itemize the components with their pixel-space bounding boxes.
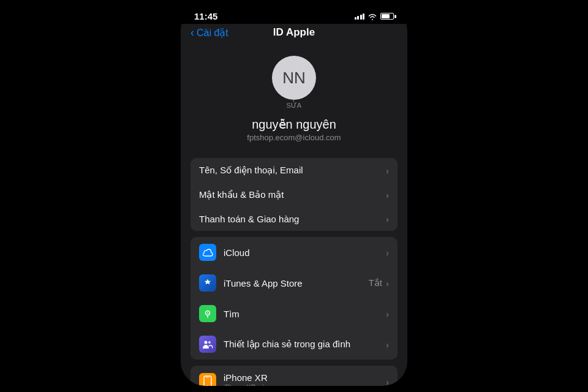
row-icloud[interactable]: iCloud › — [190, 237, 398, 268]
chevron-icon-findmy: › — [386, 309, 389, 319]
signal-icon — [355, 13, 365, 20]
family-icon — [199, 336, 216, 353]
battery-icon — [380, 13, 394, 20]
row-label-icloud: iCloud — [224, 247, 386, 258]
profile-section: NN SỬA nguyễn nguyên fptshop.ecom@icloud… — [181, 43, 407, 152]
chevron-icon-1: › — [386, 165, 389, 176]
chevron-icon-icloud: › — [386, 247, 389, 258]
back-arrow-icon: ‹ — [190, 26, 194, 39]
nav-bar: ‹ Cài đặt ID Apple — [181, 24, 407, 43]
phone-screen: 11:45 ‹ Cài đặt ID Apple — [181, 6, 407, 386]
settings-group-1: Tên, Số điện thoại, Email › Mật khẩu & B… — [190, 158, 398, 231]
svg-point-3 — [208, 341, 211, 344]
row-payment-shipping[interactable]: Thanh toán & Giao hàng › — [190, 207, 398, 231]
row-name-phone-email[interactable]: Tên, Số điện thoại, Email › — [190, 158, 398, 183]
appstore-icon — [199, 274, 216, 292]
svg-point-2 — [205, 341, 208, 344]
profile-name: nguyễn nguyên — [252, 117, 336, 132]
icloud-icon — [199, 244, 216, 261]
row-label-iphone: iPhone XR — [224, 372, 386, 383]
row-findmy[interactable]: Tìm › — [190, 298, 398, 329]
back-button[interactable]: ‹ Cài đặt — [190, 26, 228, 39]
row-itunes-appstore[interactable]: iTunes & App Store Tắt › — [190, 268, 398, 298]
row-label-password: Mật khẩu & Bảo mật — [199, 189, 386, 200]
row-iphone[interactable]: iPhone XR iPhone XR này › — [190, 366, 398, 386]
row-label-payment: Thanh toán & Giao hàng — [199, 214, 386, 224]
profile-email: fptshop.ecom@icloud.com — [247, 133, 341, 142]
chevron-icon-appstore: › — [386, 278, 389, 288]
scroll-content[interactable]: NN SỬA nguyễn nguyên fptshop.ecom@icloud… — [181, 43, 407, 386]
row-label-iphone-wrap: iPhone XR iPhone XR này — [224, 372, 386, 386]
svg-point-1 — [207, 312, 208, 314]
avatar: NN — [272, 56, 316, 100]
svg-point-5 — [207, 385, 208, 386]
row-label-findmy: Tìm — [224, 309, 386, 319]
chevron-icon-family: › — [386, 339, 389, 350]
row-label-name: Tên, Số điện thoại, Email — [199, 165, 386, 176]
status-time: 11:45 — [194, 11, 217, 21]
chevron-icon-iphone: › — [386, 377, 389, 386]
wifi-icon — [368, 13, 377, 20]
settings-group-3: iPhone XR iPhone XR này › — [190, 366, 398, 386]
avatar-container[interactable]: NN SỬA — [272, 56, 316, 110]
page-title: ID Apple — [273, 26, 315, 39]
row-label-appstore: iTunes & App Store — [224, 278, 369, 288]
row-label-family: Thiết lập chia sẻ trong gia đình — [224, 339, 386, 350]
back-label: Cài đặt — [197, 27, 228, 39]
row-sublabel-iphone: iPhone XR này — [224, 383, 386, 386]
status-bar: 11:45 — [181, 6, 407, 24]
chevron-icon-2: › — [386, 190, 389, 200]
row-family[interactable]: Thiết lập chia sẻ trong gia đình › — [190, 329, 398, 360]
edit-label: SỬA — [272, 102, 316, 110]
iphone-icon — [199, 373, 216, 386]
chevron-icon-3: › — [386, 214, 389, 224]
status-icons — [355, 13, 394, 20]
row-password-security[interactable]: Mật khẩu & Bảo mật › — [190, 183, 398, 207]
findmy-icon — [199, 305, 216, 322]
avatar-initials: NN — [282, 69, 306, 88]
settings-group-2: iCloud › iTunes & App Store Tắt › — [190, 237, 398, 360]
row-value-appstore: Tắt — [369, 277, 382, 288]
